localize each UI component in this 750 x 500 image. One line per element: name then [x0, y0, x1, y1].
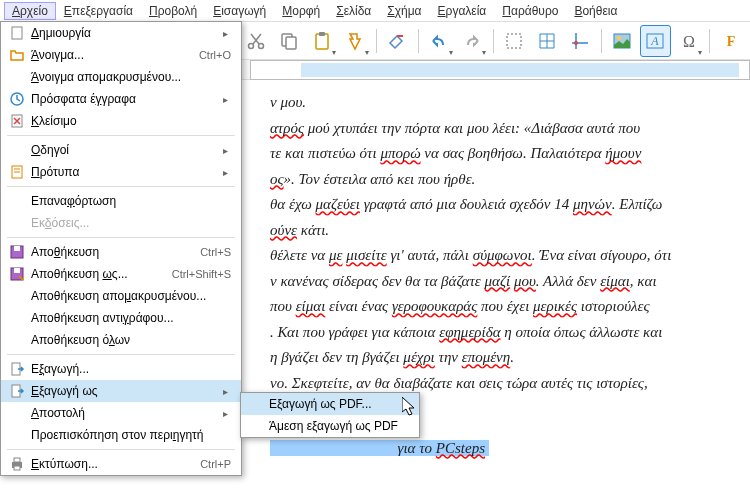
svg-text:Ω: Ω [683, 33, 695, 50]
menu-send[interactable]: Αποστολή▸ [1, 402, 241, 424]
image-button[interactable] [607, 25, 638, 57]
file-menu-dropdown: Δημιουργία▸ Άνοιγμα...Ctrl+O Άνοιγμα απο… [0, 21, 242, 476]
textbox-button[interactable]: A [640, 25, 671, 57]
fontwork-button[interactable]: F [715, 25, 746, 57]
menu-shape[interactable]: Σχήμα [379, 2, 429, 20]
svg-rect-4 [316, 34, 328, 49]
menubar: Αρχείο Επεξεργασία Προβολή Εισαγωγή Μορφ… [0, 0, 750, 22]
menu-print[interactable]: Εκτύπωση...Ctrl+P [1, 453, 241, 475]
menu-save-remote[interactable]: Αποθήκευση απομακρυσμένου... [1, 285, 241, 307]
svg-rect-5 [319, 32, 325, 36]
menu-file[interactable]: Αρχείο [4, 2, 56, 20]
menu-new[interactable]: Δημιουργία▸ [1, 22, 241, 44]
svg-rect-19 [14, 246, 20, 251]
menu-export[interactable]: Εξαγωγή... [1, 358, 241, 380]
menu-insert[interactable]: Εισαγωγή [205, 2, 274, 20]
copy-button[interactable] [274, 25, 305, 57]
clone-format-button[interactable]: ▾ [340, 25, 371, 57]
menu-edit[interactable]: Επεξεργασία [56, 2, 141, 20]
menu-save[interactable]: ΑποθήκευσηCtrl+S [1, 241, 241, 263]
guides-button[interactable] [565, 25, 596, 57]
svg-rect-6 [507, 34, 521, 48]
menu-tools[interactable]: Εργαλεία [430, 2, 495, 20]
selected-text[interactable]: για το PCsteps [270, 440, 489, 456]
svg-rect-26 [14, 466, 20, 470]
svg-rect-3 [286, 37, 296, 49]
svg-rect-25 [14, 458, 20, 462]
undo-button[interactable]: ▾ [424, 25, 455, 57]
submenu-export-pdf[interactable]: Εξαγωγή ως PDF... [241, 393, 419, 415]
menu-browser-preview[interactable]: Προεπισκόπηση στον περιηγητή [1, 424, 241, 446]
menu-export-as[interactable]: Εξαγωγή ως▸ [1, 380, 241, 402]
menu-window[interactable]: Παράθυρο [494, 2, 566, 20]
svg-point-7 [574, 41, 578, 45]
menu-save-all[interactable]: Αποθήκευση όλων [1, 329, 241, 351]
menu-open[interactable]: Άνοιγμα...Ctrl+O [1, 44, 241, 66]
svg-rect-21 [14, 268, 20, 273]
menu-templates[interactable]: Πρότυπα▸ [1, 161, 241, 183]
menu-reload[interactable]: Επαναφόρτωση [1, 190, 241, 212]
paste-button[interactable]: ▾ [307, 25, 338, 57]
menu-wizards[interactable]: Οδηγοί▸ [1, 139, 241, 161]
menu-view[interactable]: Προβολή [141, 2, 205, 20]
svg-point-9 [617, 36, 621, 40]
svg-text:F: F [726, 34, 735, 49]
svg-text:A: A [651, 34, 660, 48]
menu-page[interactable]: Σελίδα [328, 2, 379, 20]
menu-save-as[interactable]: Αποθήκευση ως...Ctrl+Shift+S [1, 263, 241, 285]
clear-format-button[interactable] [382, 25, 413, 57]
menu-recent[interactable]: Πρόσφατα έγγραφα▸ [1, 88, 241, 110]
mouse-cursor-icon [402, 397, 420, 417]
snap-button[interactable] [532, 25, 563, 57]
submenu-direct-export-pdf[interactable]: Άμεση εξαγωγή ως PDF [241, 415, 419, 437]
svg-rect-14 [12, 27, 22, 39]
menu-versions: Εκδόσεις... [1, 212, 241, 234]
menu-help[interactable]: Βοήθεια [566, 2, 625, 20]
menu-open-remote[interactable]: Άνοιγμα απομακρυσμένου... [1, 66, 241, 88]
horizontal-ruler[interactable] [250, 60, 750, 80]
svg-point-0 [249, 43, 254, 48]
menu-save-copy[interactable]: Αποθήκευση αντιγράφου... [1, 307, 241, 329]
svg-point-1 [259, 43, 264, 48]
special-char-button[interactable]: Ω▾ [673, 25, 704, 57]
cut-button[interactable] [241, 25, 272, 57]
redo-button[interactable]: ▾ [457, 25, 488, 57]
export-as-submenu: Εξαγωγή ως PDF... Άμεση εξαγωγή ως PDF [240, 392, 420, 438]
menu-format[interactable]: Μορφή [274, 2, 328, 20]
grid-button[interactable] [499, 25, 530, 57]
menu-close[interactable]: Κλείσιμο [1, 110, 241, 132]
